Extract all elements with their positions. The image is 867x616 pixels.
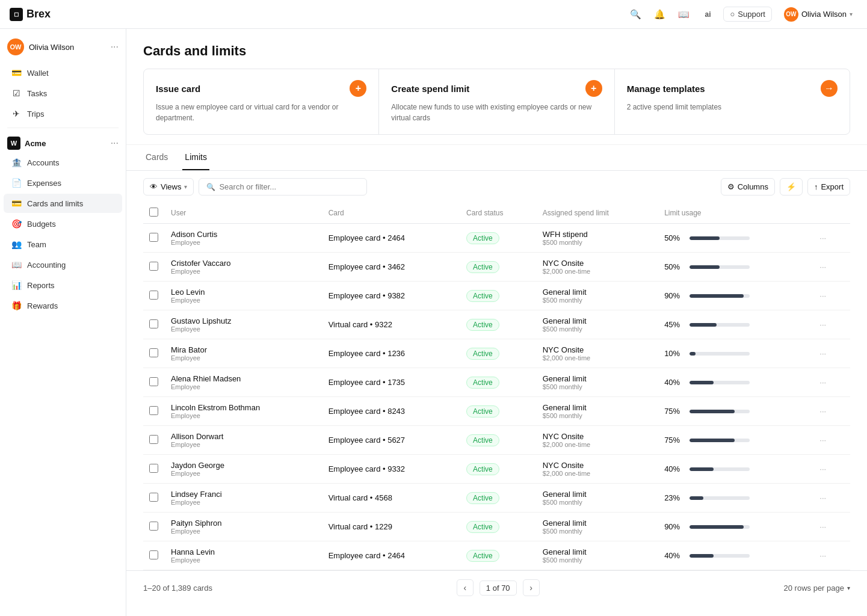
progress-bar <box>690 525 750 529</box>
bell-icon[interactable]: 🔔 <box>651 6 668 23</box>
user-name: Cristofer Vaccaro <box>171 259 316 268</box>
user-name: Jaydon George <box>171 461 316 470</box>
sidebar-user-more[interactable]: ··· <box>111 42 119 52</box>
row-checkbox[interactable] <box>149 464 158 473</box>
sidebar-item-budgets[interactable]: 🎯 Budgets <box>4 214 122 233</box>
row-checkbox-cell[interactable] <box>143 426 165 455</box>
row-menu-button[interactable]: ··· <box>816 260 830 274</box>
row-menu-button[interactable]: ··· <box>816 289 830 303</box>
pagination-prev[interactable]: ‹ <box>457 579 474 596</box>
book-icon[interactable]: 📖 <box>675 6 692 23</box>
progress-bar <box>690 323 750 327</box>
row-checkbox-cell[interactable] <box>143 484 165 513</box>
search-box[interactable]: 🔍 <box>199 178 367 196</box>
row-checkbox[interactable] <box>149 233 158 242</box>
row-checkbox-cell[interactable] <box>143 224 165 253</box>
row-checkbox[interactable] <box>149 493 158 502</box>
limit-name: General limit <box>543 490 652 499</box>
row-checkbox[interactable] <box>149 262 158 271</box>
row-checkbox[interactable] <box>149 406 158 415</box>
row-checkbox[interactable] <box>149 435 158 444</box>
limit-name: General limit <box>543 547 652 556</box>
status-badge: Active <box>466 348 499 360</box>
row-checkbox-cell[interactable] <box>143 513 165 541</box>
tab-limits[interactable]: Limits <box>182 145 209 170</box>
row-checkbox-cell[interactable] <box>143 339 165 368</box>
columns-label: Columns <box>738 182 768 191</box>
tabs: Cards Limits <box>126 145 867 171</box>
manage-templates-button[interactable]: → <box>821 80 838 97</box>
row-menu-button[interactable]: ··· <box>816 404 830 418</box>
sidebar-item-rewards[interactable]: 🎁 Rewards <box>4 296 122 315</box>
row-checkbox-cell[interactable] <box>143 368 165 397</box>
sidebar-item-trips[interactable]: ✈ Trips <box>4 104 122 123</box>
support-button[interactable]: ○ Support <box>723 7 771 22</box>
sidebar-item-cards[interactable]: 💳 Cards and limits <box>4 194 122 213</box>
pagination-next[interactable]: › <box>523 579 540 596</box>
sidebar-item-expenses[interactable]: 📄 Expenses <box>4 173 122 192</box>
row-menu-button[interactable]: ··· <box>816 346 830 360</box>
status-badge: Active <box>466 492 499 504</box>
row-menu-button[interactable]: ··· <box>816 231 830 245</box>
row-checkbox[interactable] <box>149 348 158 357</box>
row-checkbox-cell[interactable] <box>143 455 165 484</box>
row-checkbox[interactable] <box>149 377 158 386</box>
user-role: Employee <box>171 441 316 448</box>
select-all-header[interactable] <box>143 203 165 224</box>
manage-templates-action[interactable]: Manage templates → 2 active spend limit … <box>615 69 850 134</box>
views-button[interactable]: 👁 Views ▾ <box>143 178 194 196</box>
row-menu-button[interactable]: ··· <box>816 520 830 534</box>
sidebar-item-accounts[interactable]: 🏦 Accounts <box>4 153 122 172</box>
usage-cell: 50% <box>664 262 804 271</box>
sidebar-item-reports[interactable]: 📊 Reports <box>4 276 122 295</box>
row-menu-button[interactable]: ··· <box>816 375 830 389</box>
topnav: ◻ Brex 🔍 🔔 📖 ai ○ Support OW Olivia Wils… <box>0 0 867 29</box>
row-menu-button[interactable]: ··· <box>816 491 830 505</box>
search-input[interactable] <box>219 182 359 191</box>
limit-sub: $500 monthly <box>543 556 652 564</box>
tab-cards[interactable]: Cards <box>143 145 170 170</box>
user-menu-button[interactable]: OW Olivia Wilson ▾ <box>779 5 857 24</box>
export-button[interactable]: ↑ Export <box>807 178 850 196</box>
row-checkbox[interactable] <box>149 550 158 559</box>
toolbar-right: ⚙ Columns ⚡ ↑ Export <box>721 178 850 196</box>
row-menu-cell: ··· <box>810 541 850 570</box>
row-checkbox-cell[interactable] <box>143 310 165 339</box>
row-checkbox[interactable] <box>149 319 158 328</box>
search-icon[interactable]: 🔍 <box>627 6 644 23</box>
user-role: Employee <box>171 470 316 477</box>
usage-percent: 45% <box>664 320 685 329</box>
row-limit: General limit $500 monthly <box>537 368 658 397</box>
rows-per-page-selector[interactable]: 20 rows per page ▾ <box>784 584 850 593</box>
row-menu-button[interactable]: ··· <box>816 433 830 447</box>
user-role: Employee <box>171 412 316 419</box>
create-spend-limit-button[interactable]: + <box>585 80 602 97</box>
row-checkbox-cell[interactable] <box>143 397 165 426</box>
org-more-button[interactable]: ··· <box>111 138 119 149</box>
ai-icon[interactable]: ai <box>699 6 716 23</box>
brand-logo[interactable]: ◻ Brex <box>10 8 51 21</box>
row-card: Employee card • 9332 <box>322 455 460 484</box>
sidebar-item-tasks[interactable]: ☑ Tasks <box>4 84 122 103</box>
row-checkbox-cell[interactable] <box>143 541 165 570</box>
create-spend-limit-action[interactable]: Create spend limit + Allocate new funds … <box>379 69 614 134</box>
select-all-checkbox[interactable] <box>149 208 158 217</box>
row-checkbox[interactable] <box>149 291 158 300</box>
sidebar-item-wallet[interactable]: 💳 Wallet <box>4 63 122 82</box>
row-menu-button[interactable]: ··· <box>816 318 830 331</box>
sidebar-user-name: Olivia Wilson <box>29 43 74 52</box>
issue-card-button[interactable]: + <box>350 80 366 97</box>
sidebar-item-team[interactable]: 👥 Team <box>4 235 122 254</box>
columns-button[interactable]: ⚙ Columns <box>721 178 775 196</box>
col-actions <box>810 203 850 224</box>
user-name: Adison Curtis <box>171 230 316 239</box>
row-checkbox[interactable] <box>149 522 158 531</box>
sidebar-item-accounting[interactable]: 📖 Accounting <box>4 255 122 274</box>
row-menu-button[interactable]: ··· <box>816 462 830 476</box>
row-checkbox-cell[interactable] <box>143 253 165 282</box>
row-menu-button[interactable]: ··· <box>816 549 830 562</box>
row-checkbox-cell[interactable] <box>143 282 165 310</box>
issue-card-action[interactable]: Issue card + Issue a new employee card o… <box>144 69 379 134</box>
filter-button[interactable]: ⚡ <box>780 178 803 196</box>
sidebar-user-info: OW Olivia Wilson <box>7 38 74 55</box>
